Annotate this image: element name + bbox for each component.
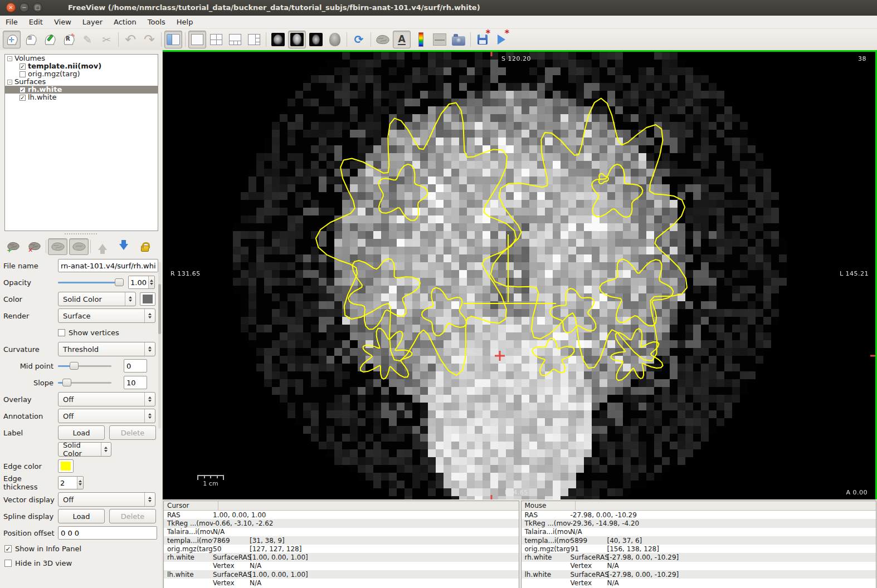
hide-in-3d-checkbox[interactable]: Hide in 3D view [0,556,158,570]
save-point-set-button[interactable]: * [474,31,491,48]
layout-1n3-icon [229,34,241,45]
reset-view-button[interactable]: ⟳ [350,31,368,48]
opacity-value[interactable] [129,276,148,288]
surface-color-swatch[interactable] [140,292,155,306]
edge-color-swatch[interactable] [58,459,74,473]
menu-edit[interactable]: Edit [23,16,48,28]
info-row: Talaira...i(mov))N/A [522,528,876,536]
measure-button[interactable]: ▥ [22,31,40,48]
brain-gray-icon [51,242,65,252]
layout-2x2-button[interactable] [207,31,225,48]
collapse-icon[interactable]: - [7,56,12,61]
layout-1n3-side-button[interactable] [245,31,263,48]
unload-surface-button[interactable]: ✕ [25,238,44,255]
spin-arrows-icon[interactable] [148,276,154,288]
tree-item-orig[interactable]: orig.mgz(targ) [7,70,158,78]
spline-load-button[interactable]: Load [58,509,105,523]
vector-display-combobox[interactable]: Off [58,492,155,507]
info-row: Talaira...i(mov))N/A [164,528,519,536]
annotation-combobox[interactable]: Off [58,409,155,423]
load-surface-button[interactable]: + [3,238,23,255]
minimize-button[interactable]: − [20,3,29,12]
panel-scrollbar[interactable] [158,262,161,429]
render-combobox[interactable]: Surface [58,308,155,323]
toggle-panels-button[interactable] [164,31,182,48]
show-colorbar-button[interactable] [412,31,430,48]
roi-edit-button[interactable]: R ✎ [60,31,77,48]
layer-checkbox[interactable] [20,71,26,77]
spin-arrows-icon[interactable] [77,477,83,489]
surface-inflated-button[interactable] [69,238,89,255]
move-layer-up-button[interactable] [92,238,112,255]
edge-thickness-value[interactable] [59,477,77,489]
tree-item-rh-white[interactable]: ✓ rh.white [5,86,158,94]
label-load-button[interactable]: Load [58,425,105,440]
view-coronal-button[interactable] [288,31,306,48]
tree-item-template[interactable]: ✓ template.nii(mov) [7,62,158,70]
opacity-spinbox[interactable] [128,276,155,289]
color-combobox[interactable]: Solid Color [58,292,136,306]
show-text-annotation-button[interactable]: A [393,31,411,48]
toolbar-separator [266,32,266,47]
coronal-viewport[interactable]: S 120.20 38 R 131.65 L 145.21 I 54.65 A … [163,50,877,499]
label-delete-button[interactable]: Delete [109,425,156,440]
layout-1x1-button[interactable] [188,31,206,48]
lock-icon [141,246,149,252]
cut-line-button[interactable]: ✂ [98,31,115,48]
redo-button[interactable]: ↷ [140,31,158,48]
slope-input[interactable] [124,376,147,389]
menu-view[interactable]: View [48,16,77,28]
position-offset-input[interactable] [58,526,157,540]
layer-checkbox[interactable]: ✓ [20,63,26,70]
menu-layer[interactable]: Layer [77,16,108,28]
overlay-combobox[interactable]: Off [58,392,155,406]
close-button[interactable]: ✕ [6,3,16,12]
view-3d-button[interactable] [326,31,344,48]
view-axial-button[interactable] [307,31,325,48]
tree-item-lh-white[interactable]: ✓ lh.white [7,94,158,101]
slope-slider[interactable] [58,378,111,388]
combo-arrows-icon [125,292,135,306]
menu-tools[interactable]: Tools [142,16,171,28]
show-surface-button[interactable] [374,31,392,48]
screenshot-button[interactable] [450,31,467,48]
menu-help[interactable]: Help [171,16,199,28]
menu-file[interactable]: File [0,16,23,28]
menu-action[interactable]: Action [108,16,142,28]
opacity-slider[interactable] [58,277,124,287]
tree-group-surfaces[interactable]: - Surfaces [7,78,158,86]
mid-point-input[interactable] [124,359,147,373]
curvature-combobox[interactable]: Threshold [58,342,155,356]
navigate-button[interactable]: ✛ [3,31,21,48]
layer-checkbox[interactable]: ✓ [20,87,26,93]
checkbox-icon[interactable] [58,329,65,336]
tree-group-volumes[interactable]: - Volumes [7,55,158,62]
view-sagittal-button[interactable] [269,31,287,48]
goto-point-button[interactable]: * [493,31,510,48]
checkbox-icon[interactable]: ✓ [4,545,12,552]
voxel-edit-button[interactable] [41,31,59,48]
time-course-button[interactable] [431,31,449,48]
recon-edit-button[interactable]: ✎ [79,31,96,48]
file-name-input[interactable] [58,259,158,272]
move-layer-down-button[interactable] [114,238,133,255]
lock-layer-button[interactable] [135,238,154,255]
label-color-combobox[interactable]: Solid Color [58,442,111,457]
mid-point-slider[interactable] [58,361,111,371]
layout-1n3-button[interactable] [226,31,244,48]
show-vertices-checkbox[interactable]: Show vertices [58,325,119,340]
edge-color-row: Edge color [0,458,158,474]
maximize-button[interactable]: □ [33,3,42,12]
undo-button[interactable]: ↶ [121,31,139,48]
checkbox-icon[interactable] [4,560,12,567]
slice-canvas[interactable] [163,52,875,499]
collapse-icon[interactable]: - [7,80,12,85]
surface-main-button[interactable] [48,238,67,255]
edge-thickness-spinbox[interactable] [58,476,84,489]
tree-splitter[interactable] [4,232,158,236]
layer-checkbox[interactable]: ✓ [20,95,26,101]
file-name-row: File name [0,257,158,274]
spline-delete-button[interactable]: Delete [109,509,156,523]
label-row: Label Load Delete [0,424,158,441]
show-in-info-checkbox[interactable]: ✓ Show in Info Panel [0,541,158,556]
